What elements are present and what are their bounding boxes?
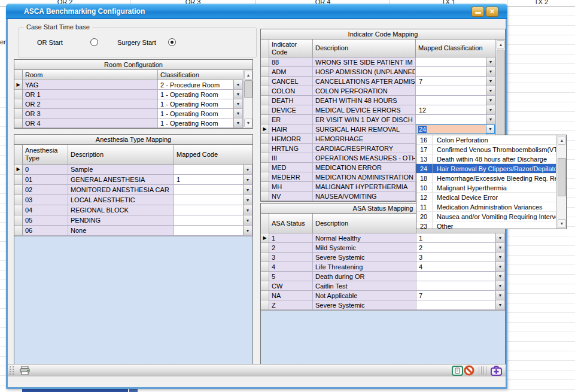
mapped-code-combo[interactable]: ▼ (174, 205, 252, 215)
table-row[interactable]: ▶ OR 3 1 - Operating Room ▼ (14, 109, 243, 118)
dropdown-item[interactable]: 12 Medical Device Error (416, 193, 556, 202)
row-selector[interactable]: ▶ (261, 86, 269, 96)
scroll-up-icon[interactable]: ▲ (497, 40, 505, 49)
row-selector[interactable]: ▶ (14, 118, 23, 128)
dropdown-button[interactable]: ▼ (495, 300, 504, 309)
row-selector[interactable]: ▶ (261, 243, 269, 253)
row-selector[interactable]: ▶ (261, 67, 269, 77)
scroll-down-icon[interactable]: ▼ (558, 219, 566, 228)
vertical-scrollbar[interactable]: ▲ ▼ (243, 70, 252, 128)
table-row[interactable]: ▶ 02 MONITORED ANESTHESIA CAR ▼ (14, 185, 252, 195)
mapped-code-combo[interactable]: ▼ (174, 185, 252, 195)
table-row[interactable]: ▶ DEATH DEATH WITHIN 48 HOURS ▼ (261, 96, 495, 105)
table-row[interactable]: ▶ 03 LOCAL ANESTHETIC ▼ (14, 195, 252, 205)
dropdown-button[interactable]: ▼ (495, 281, 504, 290)
dropdown-button[interactable]: ▼ (243, 175, 252, 184)
dropdown-item[interactable]: 18 Hemorrhage/Excessive Bleeding Req. Re… (416, 174, 556, 183)
table-row[interactable]: ▶ 3 Severe Systemic 3 ▼ (261, 253, 505, 262)
row-selector[interactable]: ▶ (14, 175, 23, 185)
row-selector[interactable]: ▶ (14, 205, 23, 215)
dropdown-button[interactable]: ▼ (486, 105, 495, 114)
dropdown-button[interactable]: ▼ (243, 226, 252, 235)
row-selector[interactable]: ▶ (261, 163, 269, 172)
table-row[interactable]: ▶ DEVICE MEDICAL DEVICE ERRORS 12 ▼ (261, 105, 495, 115)
dropdown-button[interactable]: ▼ (243, 195, 252, 205)
dropdown-item[interactable]: 13 Death within 48 hours after Discharge (416, 154, 556, 164)
mapped-combo[interactable]: ▼ (416, 272, 505, 281)
mapped-code-combo[interactable]: ▼ (174, 165, 252, 175)
table-row[interactable]: ▶ 4 Life Threatening 4 ▼ (261, 262, 505, 272)
dropdown-button[interactable]: ▼ (243, 185, 252, 195)
table-row[interactable]: ▶ 0 Sample ▼ (14, 165, 252, 175)
classification-combo[interactable]: 1 - Operating Room ▼ (158, 109, 243, 118)
mapped-classification-combo[interactable]: 24 ▼ (416, 124, 495, 134)
table-row[interactable]: ▶ COLON COLON PERFORATION ▼ (261, 86, 495, 96)
classification-combo[interactable]: 2 - Procedure Room ▼ (158, 80, 243, 90)
toolbar-grip[interactable] (10, 366, 11, 375)
table-row[interactable]: ▶ HAIR SURGICAL HAIR REMOVAL 24 ▼ (261, 124, 495, 134)
row-selector[interactable]: ▶ (261, 272, 269, 281)
benchmark-bag-button[interactable] (490, 366, 502, 376)
table-row[interactable]: ▶ 04 REGIONAL BLOCK ▼ (14, 205, 252, 215)
row-selector[interactable]: ▶ (14, 80, 23, 90)
table-row[interactable]: ▶ 05 PENDING ▼ (14, 215, 252, 226)
row-selector[interactable]: ▶ (14, 165, 23, 175)
row-selector[interactable]: ▶ (261, 233, 269, 243)
dropdown-button[interactable]: ▼ (486, 86, 495, 95)
row-selector[interactable]: ▶ (261, 144, 269, 153)
dropdown-button[interactable]: ▼ (495, 233, 504, 242)
row-selector[interactable]: ▶ (261, 262, 269, 272)
scrollbar-thumb[interactable] (497, 50, 505, 145)
row-selector[interactable]: ▶ (261, 253, 269, 262)
row-selector[interactable]: ▶ (261, 96, 269, 105)
dropdown-button[interactable]: ▼ (243, 165, 252, 174)
mapped-combo[interactable]: ▼ (416, 300, 505, 310)
dropdown-button[interactable]: ▼ (486, 96, 495, 105)
row-selector[interactable]: ▶ (261, 182, 269, 192)
dropdown-item[interactable]: 16 Colon Perforation (416, 135, 556, 145)
row-selector[interactable]: ▶ (14, 109, 23, 118)
mapped-classification-combo[interactable]: ▼ (416, 115, 495, 124)
toolbar-grip[interactable] (13, 366, 14, 375)
mapped-combo[interactable]: 4 ▼ (416, 262, 505, 272)
mapped-code-combo[interactable]: ▼ (174, 215, 252, 226)
mapped-combo[interactable]: ▼ (416, 281, 505, 291)
cancel-button[interactable] (463, 366, 475, 376)
dropdown-button[interactable]: ▼ (495, 253, 504, 262)
row-selector[interactable]: ▶ (261, 115, 269, 124)
table-row[interactable]: ▶ YAG 2 - Procedure Room ▼ (14, 80, 243, 90)
mapped-combo[interactable]: 3 ▼ (416, 253, 505, 262)
table-row[interactable]: ▶ NA Not Applicable 7 ▼ (261, 291, 505, 300)
dropdown-button[interactable]: ▼ (486, 115, 495, 124)
dropdown-button[interactable]: ▼ (495, 272, 504, 281)
mapped-combo[interactable]: 1 ▼ (416, 233, 505, 243)
table-row[interactable]: ▶ CANCEL CANCELLATIONS AFTER ADMIS 7 ▼ (261, 77, 495, 86)
table-row[interactable]: ▶ OR 4 1 - Operating Room ▼ (14, 118, 243, 128)
mapped-combo[interactable]: 7 ▼ (416, 291, 505, 300)
classification-combo[interactable]: 1 - Operating Room ▼ (158, 90, 243, 99)
dropdown-item[interactable]: 20 Nausea and/or Vomiting Requiring Inte… (416, 212, 556, 221)
table-row[interactable]: ▶ OR 1 1 - Operating Room ▼ (14, 90, 243, 99)
row-selector[interactable]: ▶ (261, 300, 269, 310)
table-row[interactable]: ▶ ADM HOSP ADMISSION (UNPLANNED ▼ (261, 67, 495, 77)
row-selector[interactable]: ▶ (261, 77, 269, 86)
table-row[interactable]: ▶ 2 Mild Systemic 2 ▼ (261, 243, 505, 253)
table-row[interactable]: ▶ 1 Normal Healthy 1 ▼ (261, 233, 505, 243)
table-row[interactable]: ▶ OR 2 1 - Operating Room ▼ (14, 99, 243, 109)
save-button[interactable] (451, 366, 463, 376)
row-selector[interactable]: ▶ (261, 291, 269, 300)
classification-combo[interactable]: 1 - Operating Room ▼ (158, 99, 243, 109)
table-row[interactable]: ▶ 88 WRONG SITE SIDE PATIENT IM ▼ (261, 57, 495, 67)
mapped-classification-combo[interactable]: 7 ▼ (416, 77, 495, 86)
scroll-down-icon[interactable]: ▼ (244, 118, 252, 127)
scroll-up-icon[interactable]: ▲ (244, 71, 252, 80)
dropdown-button[interactable]: ▼ (233, 109, 242, 118)
row-selector[interactable]: ▶ (261, 153, 269, 163)
row-selector[interactable]: ▶ (14, 99, 23, 109)
row-selector[interactable]: ▶ (261, 281, 269, 291)
table-row[interactable]: ▶ 06 None ▼ (14, 226, 252, 236)
table-row[interactable]: ▶ ER ER VISIT W/IN 1 DAY OF DISCH ▼ (261, 115, 495, 124)
dropdown-button[interactable]: ▼ (233, 80, 242, 89)
dropdown-button[interactable]: ▼ (486, 124, 495, 133)
table-row[interactable]: ▶ 5 Death during OR ▼ (261, 272, 505, 281)
